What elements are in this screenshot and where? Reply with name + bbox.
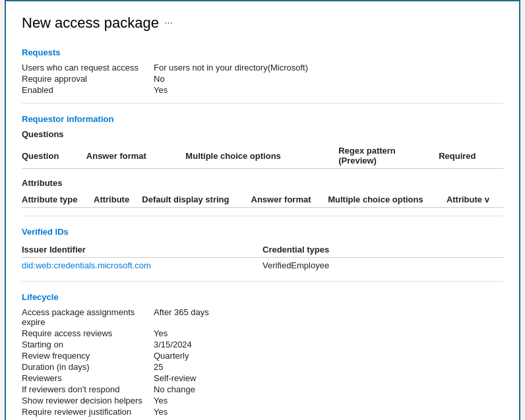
attributes-col-answer-format: Answer format [251,192,328,208]
questions-table-container: Question Answer format Multiple choice o… [22,143,503,169]
page-title: New access package [22,15,159,32]
lifecycle-label-0: Access package assignments expire [22,307,154,327]
requests-label-1: Require approval [22,74,154,84]
verified-ids-issuer-link-0[interactable]: did:web:credentials.microsoft.com [22,260,151,270]
verified-ids-col-issuer: Issuer Identifier [22,242,262,258]
attributes-col-multiple-choice: Multiple choice options [328,192,447,208]
lifecycle-value-1: Yes [154,328,168,338]
lifecycle-value-6: No change [154,384,195,394]
more-options-icon[interactable]: ··· [164,17,173,29]
questions-col-multiple-choice: Multiple choice options [185,143,338,169]
lifecycle-row-8: Require reviewer justification Yes [22,407,503,417]
page-title-row: New access package ··· [22,15,503,32]
verified-ids-tbody: did:web:credentials.microsoft.com Verifi… [22,258,503,274]
requests-label-2: Enabled [22,85,154,95]
lifecycle-label-5: Reviewers [22,373,154,383]
lifecycle-value-3: Quarterly [154,351,189,361]
attributes-col-type: Attribute type [22,192,94,208]
attributes-col-display-string: Default display string [142,192,251,208]
requests-value-0: For users not in your directory(Microsof… [154,63,308,73]
lifecycle-label-1: Require access reviews [22,328,154,338]
requests-row-0: Users who can request access For users n… [22,63,503,73]
requests-value-1: No [154,74,165,84]
lifecycle-row-6: If reviewers don't respond No change [22,384,503,394]
attributes-header-row: Attribute type Attribute Default display… [22,192,503,208]
questions-subheading: Questions [22,129,503,139]
verified-ids-table: Issuer Identifier Credential types did:w… [22,242,503,273]
requests-row-2: Enabled Yes [22,85,503,95]
lifecycle-row-5: Reviewers Self-review [22,373,503,383]
requestor-information-heading: Requestor information [22,114,503,124]
lifecycle-value-7: Yes [154,396,168,405]
lifecycle-row-4: Duration (in days) 25 [22,362,503,372]
lifecycle-label-2: Starting on [22,340,154,349]
lifecycle-heading: Lifecycle [22,292,503,302]
lifecycle-value-5: Self-review [154,373,196,383]
requests-heading: Requests [22,47,503,57]
lifecycle-section: Lifecycle Access package assignments exp… [22,292,503,417]
attributes-col-attribute-v: Attribute v [447,192,503,208]
attributes-col-attribute: Attribute [94,192,142,208]
questions-col-question: Question [22,143,86,169]
lifecycle-value-8: Yes [154,407,168,417]
lifecycle-row-2: Starting on 3/15/2024 [22,340,503,349]
lifecycle-label-8: Require reviewer justification [22,407,154,417]
lifecycle-row-3: Review frequency Quarterly [22,351,503,361]
lifecycle-row-0: Access package assignments expire After … [22,307,503,327]
lifecycle-value-2: 3/15/2024 [154,340,192,349]
main-window: New access package ··· Requests Users wh… [5,0,520,420]
requests-value-2: Yes [154,85,168,95]
attributes-table: Attribute type Attribute Default display… [22,192,503,208]
questions-col-regex: Regex pattern(Preview) [338,143,439,169]
verified-ids-section: Verified IDs Issuer Identifier Credentia… [22,227,503,273]
requests-label-0: Users who can request access [22,63,154,73]
requestor-information-section: Requestor information Questions Question… [22,114,503,208]
verified-ids-row-0: did:web:credentials.microsoft.com Verifi… [22,258,503,274]
lifecycle-row-1: Require access reviews Yes [22,328,503,338]
attributes-table-container: Attribute type Attribute Default display… [22,192,503,208]
lifecycle-value-4: 25 [154,362,163,372]
lifecycle-value-0: After 365 days [154,307,209,327]
requests-section: Requests Users who can request access Fo… [22,47,503,95]
questions-table: Question Answer format Multiple choice o… [22,143,503,169]
questions-col-required: Required [439,143,503,169]
verified-ids-col-credential: Credential types [262,242,503,258]
questions-col-answer-format: Answer format [86,143,186,169]
lifecycle-label-6: If reviewers don't respond [22,384,154,394]
attributes-subheading: Attributes [22,178,503,188]
verified-ids-heading: Verified IDs [22,227,503,237]
lifecycle-label-7: Show reviewer decision helpers [22,396,154,405]
lifecycle-label-4: Duration (in days) [22,362,154,372]
verified-ids-credential-0: VerifiedEmployee [262,258,503,274]
lifecycle-label-3: Review frequency [22,351,154,361]
requests-row-1: Require approval No [22,74,503,84]
verified-ids-issuer-0: did:web:credentials.microsoft.com [22,258,262,274]
verified-ids-header-row: Issuer Identifier Credential types [22,242,503,258]
lifecycle-row-7: Show reviewer decision helpers Yes [22,396,503,405]
questions-header-row: Question Answer format Multiple choice o… [22,143,503,169]
